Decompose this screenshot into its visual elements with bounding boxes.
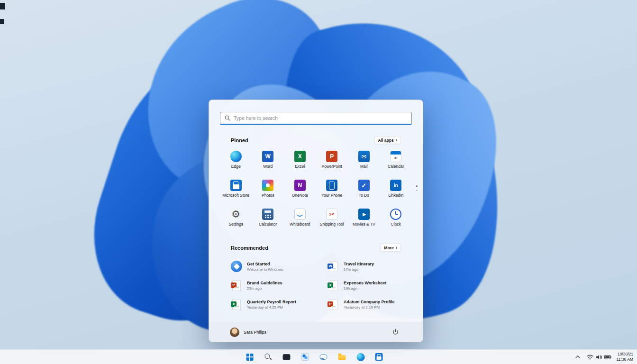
pinned-app-calculator[interactable]: Calculator [252,207,284,236]
photos-icon [262,180,273,191]
edge-icon [230,151,242,162]
pinned-app-photos[interactable]: Photos [252,178,284,207]
pinned-app-mail[interactable]: Mail [348,149,380,178]
excel-icon [294,151,306,162]
pinned-app-whiteboard[interactable]: Whiteboard [284,207,316,236]
pinned-app-microsoft-store[interactable]: Microsoft Store [220,178,252,207]
tray-status-cluster[interactable] [587,355,611,360]
search-bar[interactable] [220,112,412,125]
recommended-subtitle: Yesterday at 1:19 PM [344,305,395,309]
powerpoint-document-icon [329,299,337,310]
search-icon [225,115,230,121]
recommended-subtitle: Welcome to Windows [247,267,283,272]
more-label: More [384,246,393,250]
start-button[interactable] [244,351,256,363]
chat-icon [320,354,328,360]
recommended-item[interactable]: Adatum Company Profile Yesterday at 1:19… [328,295,404,314]
app-label: Photos [262,193,274,198]
powerpoint-document-icon [232,280,241,291]
taskbar-clock[interactable]: 10/30/21 11:38 AM [617,352,633,362]
your-phone-icon [326,180,337,191]
volume-icon [596,355,602,360]
taskbar-search-button[interactable] [262,351,274,363]
recommended-title: Travel Itinerary [344,262,374,266]
linkedin-icon [390,180,401,191]
recommended-title: Expenses Worksheet [344,281,386,285]
app-label: Edge [231,164,241,169]
task-view-icon [283,354,291,360]
recommended-heading: Recommended [231,245,268,251]
user-account-button[interactable]: Sara Philips [230,328,266,337]
more-button[interactable]: More [380,244,401,252]
power-button[interactable] [390,327,401,338]
widgets-button[interactable] [299,351,311,363]
hidden-icons-button[interactable] [574,354,582,360]
start-menu: Pinned All apps Edge Word Excel PowerPoi… [209,100,423,342]
pinned-app-linkedin[interactable]: LinkedIn [380,178,412,207]
search-input[interactable] [234,115,407,121]
pinned-app-snipping-tool[interactable]: Snipping Tool [316,207,348,236]
app-label: Movies & TV [353,222,375,227]
pinned-app-your-phone[interactable]: Your Phone [316,178,348,207]
word-icon [262,151,273,162]
taskbar-center-icons [244,350,385,364]
power-icon [392,328,399,336]
start-menu-footer: Sara Philips [209,322,423,342]
recommended-subtitle: Yesterday at 4:25 PM [247,305,296,309]
pinned-app-calendar[interactable]: Calendar [380,149,412,178]
pinned-app-word[interactable]: Word [252,149,284,178]
battery-icon [604,355,611,359]
pinned-app-onenote[interactable]: OneNote [284,178,316,207]
get-started-icon [231,261,242,272]
widgets-icon [301,353,309,361]
app-label: Word [263,164,273,169]
all-apps-button[interactable]: All apps [374,136,401,144]
app-label: To Do [359,193,369,198]
recommended-title: Brand Guidelines [247,281,282,285]
recommended-subtitle: 17m ago [344,267,374,272]
search-icon [264,353,272,361]
pinned-app-powerpoint[interactable]: PowerPoint [316,149,348,178]
recommended-item[interactable]: Expenses Worksheet 19h ago [328,276,404,295]
screen-artifact [0,19,4,24]
gear-icon [230,209,242,220]
chat-button[interactable] [318,351,330,363]
excel-document-icon [329,280,337,291]
pinned-app-movies-tv[interactable]: Movies & TV [348,207,380,236]
pinned-app-edge[interactable]: Edge [220,149,252,178]
app-label: Microsoft Store [222,193,249,198]
edge-button[interactable] [355,351,367,363]
recommended-item[interactable]: Travel Itinerary 17m ago [328,257,404,276]
pinned-app-excel[interactable]: Excel [284,149,316,178]
system-tray: 10/30/21 11:38 AM [574,350,633,364]
pinned-app-grid: Edge Word Excel PowerPoint Mail Calendar… [220,149,412,236]
app-label: Settings [228,222,243,227]
microsoft-store-icon [230,180,242,191]
chevron-up-icon [575,355,580,358]
recommended-item[interactable]: Quarterly Payroll Report Yesterday at 4:… [231,295,328,314]
app-label: PowerPoint [322,164,342,169]
page-dot-active [416,185,418,187]
pinned-page-indicator[interactable] [416,185,418,191]
recommended-title: Adatum Company Profile [344,300,395,304]
recommended-title: Get Started [247,262,283,266]
whiteboard-icon [294,209,306,220]
app-label: Mail [360,164,368,169]
task-view-button[interactable] [281,351,293,363]
user-avatar [230,328,239,337]
edge-icon [356,353,364,361]
tray-date: 10/30/21 [617,352,633,357]
powerpoint-icon [326,151,337,162]
recommended-item[interactable]: Brand Guidelines 23m ago [231,276,328,295]
file-explorer-button[interactable] [336,351,348,363]
mail-icon [358,151,370,162]
pinned-app-settings[interactable]: Settings [220,207,252,236]
calendar-icon [390,151,401,162]
pinned-app-clock[interactable]: Clock [380,207,412,236]
all-apps-label: All apps [378,138,394,143]
windows-logo-icon [246,354,253,361]
recommended-item[interactable]: Get Started Welcome to Windows [231,257,328,276]
microsoft-store-button[interactable] [373,351,385,363]
recommended-list: Get Started Welcome to Windows Travel It… [231,257,404,314]
pinned-app-to-do[interactable]: To Do [348,178,380,207]
